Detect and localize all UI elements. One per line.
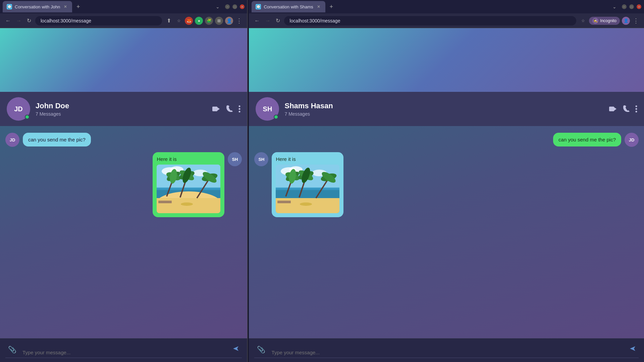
message-text-2-right: Here it is: [276, 156, 339, 162]
browser-window-right: 💬 Conversation with Shams ✕ + ⌄ − □ ✕ ← …: [249, 0, 644, 362]
window-controls-right: ⌄ − □ ✕: [612, 4, 641, 9]
share-icon[interactable]: ⬆: [165, 17, 173, 25]
close-button-left[interactable]: ✕: [240, 4, 245, 9]
incognito-badge: 🕵 Incognito: [589, 17, 620, 25]
video-call-button-john[interactable]: [212, 106, 220, 112]
message-bubble-1-right: can you send me the pic?: [553, 133, 621, 146]
message-row-2-left: SH Here it is: [5, 152, 242, 217]
contact-name-john: John Doe: [36, 102, 207, 110]
attach-button-right[interactable]: 📎: [254, 343, 268, 356]
more-options-button-shams[interactable]: [635, 105, 637, 113]
tab-conversation-john[interactable]: 💬 Conversation with John ✕: [3, 1, 72, 12]
new-tab-button-left[interactable]: +: [73, 2, 83, 11]
more-options-button-john[interactable]: [238, 105, 240, 113]
refresh-button-left[interactable]: ↻: [25, 16, 33, 25]
video-icon-john: [212, 106, 220, 112]
url-bar-left[interactable]: localhost:3000/message: [35, 16, 162, 25]
back-button-left[interactable]: ←: [4, 16, 12, 25]
incognito-label: Incognito: [600, 18, 616, 23]
extension-icon-2[interactable]: ●: [195, 17, 203, 25]
tab-close-left[interactable]: ✕: [63, 4, 68, 9]
svg-point-3: [239, 108, 240, 110]
header-actions-shams: [609, 105, 637, 113]
phone-call-button-shams[interactable]: [623, 105, 630, 113]
svg-rect-27: [609, 107, 614, 111]
url-bar-right[interactable]: localhost:3000/message: [284, 16, 576, 25]
minimize-button-left[interactable]: −: [225, 4, 230, 9]
browser-window-left: 💬 Conversation with John ✕ + ⌄ − □ ✕ ← →…: [0, 0, 248, 362]
forward-button-right[interactable]: →: [264, 16, 272, 25]
contact-info-john: John Doe 7 Messages: [36, 102, 207, 117]
message-text-2-left: Here it is: [157, 156, 220, 162]
message-input-left[interactable]: [22, 348, 226, 356]
svg-rect-25: [158, 201, 172, 202]
svg-point-30: [636, 108, 637, 110]
beach-image-right: [276, 165, 339, 213]
split-view-icon[interactable]: ⊞: [215, 17, 223, 25]
bookmark-icon-right[interactable]: ☆: [579, 17, 587, 25]
message-avatar-jd-1: JD: [5, 133, 19, 147]
svg-point-4: [239, 111, 240, 113]
svg-point-2: [239, 106, 240, 107]
video-call-button-shams[interactable]: [609, 106, 617, 112]
maximize-button-left[interactable]: □: [232, 4, 237, 9]
message-input-right[interactable]: [271, 348, 623, 356]
user-avatar-left[interactable]: 👤: [225, 17, 233, 25]
more-options-icon-john: [238, 105, 240, 113]
refresh-button-right[interactable]: ↻: [274, 16, 281, 25]
messages-container-left[interactable]: JD can you send me the pic? SH Here it i…: [0, 126, 247, 338]
maximize-button-right[interactable]: □: [629, 4, 634, 9]
contact-meta-john: 7 Messages: [36, 111, 207, 117]
contact-name-shams: Shams Hasan: [284, 102, 604, 110]
minimize-button-right[interactable]: −: [622, 4, 627, 9]
phone-icon-john: [226, 105, 233, 113]
svg-point-50: [300, 202, 312, 206]
forward-button-left[interactable]: →: [15, 16, 23, 25]
message-row-2-right: SH Here it is: [254, 152, 639, 217]
message-text-1-right: can you send me the pic?: [558, 137, 616, 142]
messages-container-right[interactable]: JD can you send me the pic? SH Here it i…: [249, 126, 644, 338]
tab-bar-left: 💬 Conversation with John ✕ + ⌄ − □ ✕: [0, 0, 247, 13]
svg-marker-28: [614, 107, 616, 111]
message-bubble-2-right: Here it is: [272, 152, 343, 217]
contact-header-right: SH Shams Hasan 7 Messages: [249, 92, 644, 126]
send-button-right[interactable]: [627, 343, 639, 356]
send-button-left[interactable]: [230, 343, 242, 356]
tab-bar-right: 💬 Conversation with Shams ✕ + ⌄ − □ ✕: [249, 0, 644, 13]
bookmark-icon[interactable]: ☆: [175, 17, 183, 25]
new-tab-button-right[interactable]: +: [327, 2, 336, 11]
tab-conversation-shams[interactable]: 💬 Conversation with Shams ✕: [252, 1, 325, 12]
chat-area-left: JD John Doe 7 Messages: [0, 28, 247, 362]
url-text-left: localhost:3000/message: [41, 18, 91, 23]
more-menu-icon-left[interactable]: ⋮: [235, 17, 243, 25]
toolbar-icons-left: ⬆ ☆ 🦊 ● 🧩 ⊞ 👤 ⋮: [165, 17, 243, 25]
beach-image-left: [157, 165, 220, 213]
profile-icon-right[interactable]: 👤: [622, 17, 630, 25]
input-border-left: [5, 358, 242, 358]
input-row-right: 📎: [254, 343, 639, 356]
online-indicator-shams: [274, 115, 278, 119]
tab-close-right[interactable]: ✕: [316, 4, 321, 9]
close-button-right[interactable]: ✕: [637, 4, 641, 9]
svg-point-31: [636, 111, 637, 113]
extension-icon-3[interactable]: 🧩: [205, 17, 213, 25]
phone-icon-shams: [623, 105, 630, 113]
phone-call-button-john[interactable]: [226, 105, 233, 113]
more-options-icon-shams: [635, 105, 637, 113]
message-bubble-2-left: Here it is: [153, 152, 224, 217]
contact-header-left: JD John Doe 7 Messages: [0, 92, 247, 126]
back-button-right[interactable]: ←: [253, 16, 261, 25]
svg-rect-37: [276, 187, 339, 190]
message-row-1-left: JD can you send me the pic?: [5, 133, 242, 147]
attach-button-left[interactable]: 📎: [5, 343, 19, 356]
extension-icon-1[interactable]: 🦊: [185, 17, 193, 25]
address-bar-left: ← → ↻ localhost:3000/message ⬆ ☆ 🦊 ● 🧩 ⊞…: [0, 13, 247, 28]
input-area-left: 📎: [0, 338, 247, 362]
incognito-icon: 🕵: [592, 18, 598, 24]
svg-rect-51: [277, 201, 291, 202]
svg-rect-26: [158, 202, 172, 203]
address-bar-right: ← → ↻ localhost:3000/message ☆ 🕵 Incogni…: [249, 13, 644, 28]
window-controls-left: ⌄ − □ ✕: [216, 4, 245, 9]
more-menu-icon-right[interactable]: ⋮: [632, 17, 640, 25]
chevron-down-icon-right: ⌄: [612, 4, 616, 9]
